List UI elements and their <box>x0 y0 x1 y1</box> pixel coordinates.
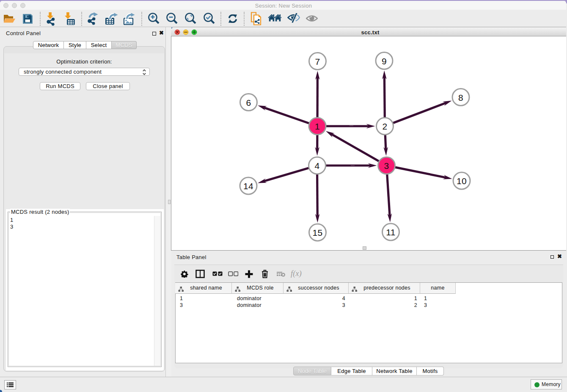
svg-text:7: 7 <box>315 57 320 66</box>
svg-text:4: 4 <box>315 161 320 171</box>
svg-text:9: 9 <box>382 56 387 66</box>
svg-text:10: 10 <box>457 176 467 186</box>
svg-text:14: 14 <box>243 181 253 191</box>
svg-text:3: 3 <box>384 161 389 171</box>
svg-text:1: 1 <box>315 121 320 131</box>
svg-text:11: 11 <box>386 227 395 237</box>
svg-text:2: 2 <box>383 121 388 131</box>
svg-text:8: 8 <box>458 93 463 102</box>
svg-text:15: 15 <box>313 228 323 237</box>
svg-text:6: 6 <box>246 98 251 108</box>
